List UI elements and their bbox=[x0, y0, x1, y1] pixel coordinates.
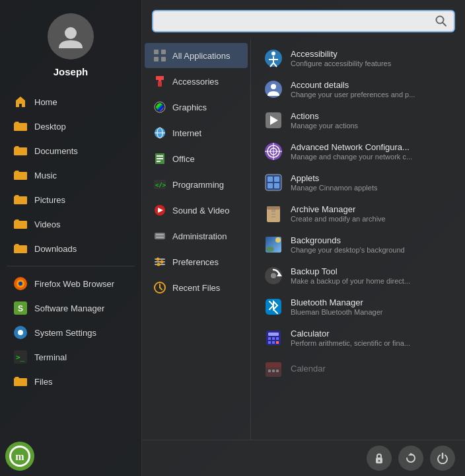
downloads-folder-icon bbox=[13, 241, 28, 256]
firefox-icon bbox=[13, 276, 28, 291]
svg-rect-59 bbox=[268, 183, 273, 188]
lock-button[interactable] bbox=[367, 446, 392, 471]
app-text-bluetooth: Bluetooth Manager Blueman Bluetooth Mana… bbox=[291, 298, 453, 316]
accessibility-app-icon bbox=[263, 48, 284, 69]
svg-rect-31 bbox=[156, 237, 164, 238]
app-item-backup-tool[interactable]: Backup Tool Make a backup of your home d… bbox=[255, 260, 461, 291]
sidebar-item-pictures[interactable]: Pictures bbox=[3, 188, 138, 212]
app-item-account-details[interactable]: Account details Change your user prefere… bbox=[255, 74, 461, 104]
app-item-backgrounds[interactable]: Backgrounds Change your desktop's backgr… bbox=[255, 229, 461, 260]
sidebar-item-files[interactable]: Files bbox=[3, 370, 138, 393]
archive-manager-app-icon bbox=[263, 203, 284, 224]
app-item-accessibility[interactable]: Accessibility Configure accessibility fe… bbox=[255, 43, 461, 73]
sidebar-item-music[interactable]: Music bbox=[3, 163, 138, 187]
apps-list: Accessibility Configure accessibility fe… bbox=[251, 39, 465, 440]
account-details-app-icon bbox=[263, 79, 284, 100]
search-input[interactable] bbox=[160, 16, 435, 26]
app-text-accessibility: Accessibility Configure accessibility fe… bbox=[291, 49, 453, 67]
calendar-app-icon bbox=[263, 358, 284, 379]
svg-point-7 bbox=[18, 330, 23, 335]
app-item-actions[interactable]: Actions Manage your actions bbox=[255, 105, 461, 136]
category-graphics[interactable]: Graphics bbox=[145, 95, 248, 120]
app-item-calendar[interactable]: Calendar bbox=[255, 354, 461, 384]
category-preferences[interactable]: Preferences bbox=[145, 249, 248, 274]
backup-tool-app-icon bbox=[263, 265, 284, 286]
svg-rect-81 bbox=[276, 341, 279, 344]
terminal-icon: >_ bbox=[13, 350, 28, 364]
content-area: All Applications Accessories bbox=[142, 39, 465, 440]
actions-app-icon bbox=[263, 110, 284, 131]
svg-rect-16 bbox=[158, 81, 162, 87]
sidebar-item-software-manager[interactable]: S Software Manager bbox=[3, 296, 138, 320]
svg-point-72 bbox=[271, 273, 276, 278]
search-input-wrap[interactable] bbox=[152, 10, 455, 32]
svg-rect-22 bbox=[157, 155, 163, 157]
applets-app-icon bbox=[263, 172, 284, 193]
search-button[interactable] bbox=[435, 15, 447, 27]
svg-point-3 bbox=[18, 282, 22, 286]
user-avatar-icon bbox=[57, 23, 84, 50]
backgrounds-app-icon bbox=[263, 234, 284, 255]
office-icon bbox=[153, 151, 167, 166]
power-button[interactable] bbox=[430, 446, 455, 471]
svg-rect-65 bbox=[271, 216, 275, 218]
svg-rect-14 bbox=[154, 57, 159, 61]
pictures-folder-icon bbox=[13, 192, 28, 207]
category-administration[interactable]: Administration bbox=[145, 223, 248, 249]
sidebar-item-documents[interactable]: Documents bbox=[3, 139, 138, 163]
system-settings-icon bbox=[13, 325, 28, 340]
app-item-bluetooth[interactable]: Bluetooth Manager Blueman Bluetooth Mana… bbox=[255, 292, 461, 322]
svg-rect-30 bbox=[156, 234, 164, 235]
svg-rect-15 bbox=[161, 57, 166, 61]
graphics-icon bbox=[153, 100, 167, 114]
app-text-applets: Applets Manage Cinnamon applets bbox=[291, 173, 453, 192]
bluetooth-app-icon bbox=[263, 296, 284, 317]
avatar bbox=[48, 13, 94, 60]
svg-point-89 bbox=[378, 460, 380, 462]
app-item-applets[interactable]: Applets Manage Cinnamon applets bbox=[255, 167, 461, 198]
administration-icon bbox=[153, 229, 167, 243]
app-text-advanced-network: Advanced Network Configura... Manage and… bbox=[291, 142, 453, 161]
mint-logo[interactable]: m bbox=[5, 442, 34, 471]
svg-line-11 bbox=[443, 22, 446, 26]
search-bar bbox=[142, 0, 465, 39]
all-apps-icon bbox=[153, 48, 167, 63]
svg-rect-64 bbox=[271, 214, 275, 215]
svg-rect-79 bbox=[268, 341, 271, 344]
sidebar-item-desktop[interactable]: Desktop bbox=[3, 114, 138, 138]
svg-rect-86 bbox=[272, 370, 275, 372]
category-office[interactable]: Office bbox=[145, 146, 248, 171]
sidebar-item-home[interactable]: Home bbox=[3, 90, 138, 114]
category-all-applications[interactable]: All Applications bbox=[145, 43, 248, 68]
svg-rect-84 bbox=[266, 366, 281, 368]
svg-text:>_: >_ bbox=[16, 353, 25, 362]
svg-rect-76 bbox=[268, 337, 271, 340]
svg-point-37 bbox=[157, 263, 161, 266]
category-recent-files[interactable]: Recent Files bbox=[145, 275, 248, 300]
svg-rect-12 bbox=[154, 50, 159, 54]
category-internet[interactable]: Internet bbox=[145, 120, 248, 145]
svg-point-35 bbox=[157, 258, 160, 261]
sidebar-file-items: Home Desktop Documents bbox=[0, 89, 141, 394]
category-accessories[interactable]: Accessories bbox=[145, 69, 248, 94]
restart-button[interactable] bbox=[398, 446, 423, 471]
app-item-advanced-network[interactable]: Advanced Network Configura... Manage and… bbox=[255, 136, 461, 167]
svg-rect-63 bbox=[271, 210, 275, 212]
sidebar-item-firefox[interactable]: Firefox Web Browser bbox=[3, 272, 138, 296]
desktop-folder-icon bbox=[13, 119, 28, 134]
app-item-calculator[interactable]: Calculator Perform arithmetic, scientifi… bbox=[255, 323, 461, 353]
sidebar: Joseph Home Desktop bbox=[0, 0, 142, 476]
category-programming[interactable]: </> Programming bbox=[145, 172, 248, 197]
svg-rect-13 bbox=[161, 50, 166, 54]
category-sound-video[interactable]: Sound & Video bbox=[145, 198, 248, 223]
app-text-archive-manager: Archive Manager Create and modify an arc… bbox=[291, 204, 453, 223]
sidebar-item-videos[interactable]: Videos bbox=[3, 212, 138, 236]
app-item-archive-manager[interactable]: Archive Manager Create and modify an arc… bbox=[255, 198, 461, 229]
sidebar-item-downloads[interactable]: Downloads bbox=[3, 237, 138, 260]
sidebar-divider bbox=[7, 266, 135, 266]
sidebar-item-terminal[interactable]: >_ Terminal bbox=[3, 345, 138, 369]
sidebar-item-system-settings[interactable]: System Settings bbox=[3, 321, 138, 344]
calculator-app-icon bbox=[263, 327, 284, 348]
software-manager-icon: S bbox=[13, 301, 28, 315]
svg-point-42 bbox=[271, 52, 275, 56]
